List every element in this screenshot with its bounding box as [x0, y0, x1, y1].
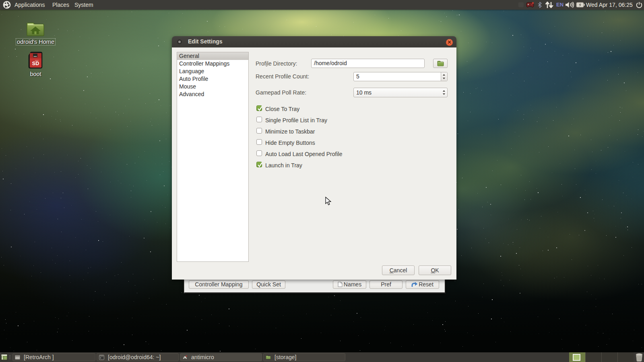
svg-text:SD: SD [32, 61, 39, 66]
